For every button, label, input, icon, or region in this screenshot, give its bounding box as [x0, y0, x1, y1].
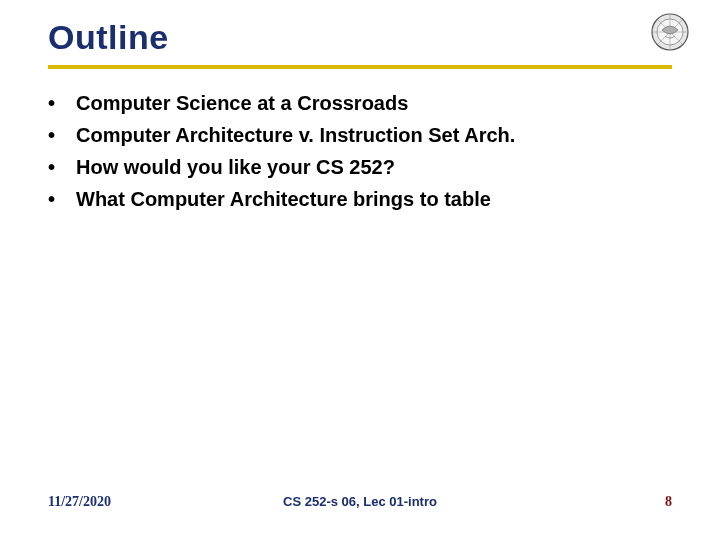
footer-date: 11/27/2020: [48, 494, 111, 510]
list-item: • Computer Architecture v. Instruction S…: [48, 121, 690, 149]
header-row: Outline: [0, 0, 720, 57]
content-area: • Computer Science at a Crossroads • Com…: [0, 69, 720, 213]
list-item: • How would you like your CS 252?: [48, 153, 690, 181]
bullet-list: • Computer Science at a Crossroads • Com…: [48, 89, 690, 213]
list-item: • Computer Science at a Crossroads: [48, 89, 690, 117]
list-item: • What Computer Architecture brings to t…: [48, 185, 690, 213]
bullet-dot-icon: •: [48, 121, 76, 149]
bullet-text: Computer Science at a Crossroads: [76, 89, 408, 117]
footer-page-number: 8: [665, 494, 672, 510]
footer: 11/27/2020 CS 252-s 06, Lec 01-intro 8: [0, 494, 720, 510]
bullet-text: What Computer Architecture brings to tab…: [76, 185, 491, 213]
bullet-dot-icon: •: [48, 153, 76, 181]
bullet-dot-icon: •: [48, 185, 76, 213]
bullet-dot-icon: •: [48, 89, 76, 117]
seal-icon: [650, 12, 690, 52]
bullet-text: How would you like your CS 252?: [76, 153, 395, 181]
title-underline-wrap: [0, 57, 720, 69]
footer-center: CS 252-s 06, Lec 01-intro: [283, 494, 437, 509]
bullet-text: Computer Architecture v. Instruction Set…: [76, 121, 515, 149]
slide-title: Outline: [48, 18, 169, 57]
